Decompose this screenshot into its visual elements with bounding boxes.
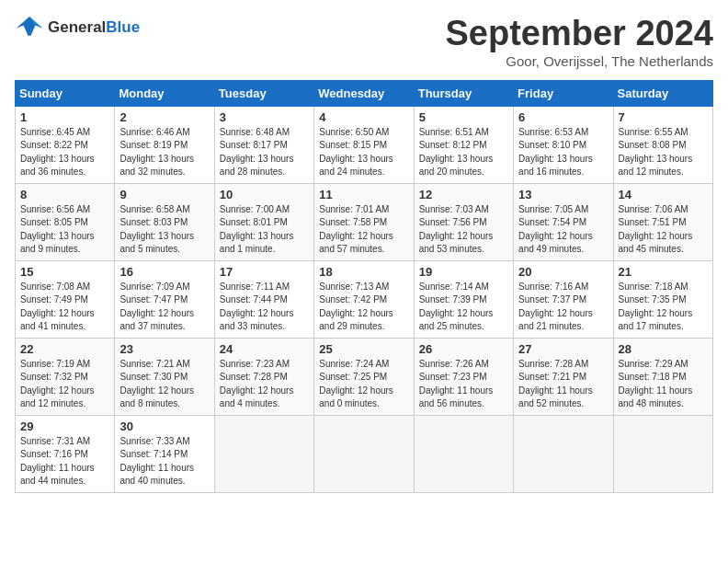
calendar-day: 12 Sunrise: 7:03 AMSunset: 7:56 PMDaylig…	[414, 183, 513, 260]
calendar-day: 10 Sunrise: 7:00 AMSunset: 8:01 PMDaylig…	[214, 183, 313, 260]
calendar-day: 4 Sunrise: 6:50 AMSunset: 8:15 PMDayligh…	[314, 106, 414, 183]
day-info: Sunrise: 6:56 AMSunset: 8:05 PMDaylight:…	[20, 203, 109, 257]
day-info: Sunrise: 6:46 AMSunset: 8:19 PMDaylight:…	[119, 126, 209, 179]
logo-text: GeneralBlue	[48, 18, 140, 37]
day-info: Sunrise: 7:03 AMSunset: 7:56 PMDaylight:…	[419, 203, 508, 257]
day-number: 27	[518, 342, 608, 356]
calendar-day: 13 Sunrise: 7:05 AMSunset: 7:54 PMDaylig…	[514, 183, 613, 260]
day-info: Sunrise: 7:31 AMSunset: 7:16 PMDaylight:…	[20, 435, 109, 488]
header: GeneralBlue September 2024 Goor, Overijs…	[15, 15, 713, 69]
day-number: 30	[119, 419, 209, 433]
calendar-day	[314, 415, 414, 492]
weekday-header: Thursday	[414, 80, 513, 106]
weekday-header: Monday	[115, 80, 214, 106]
day-info: Sunrise: 7:26 AMSunset: 7:23 PMDaylight:…	[419, 358, 508, 411]
day-number: 9	[119, 188, 209, 201]
calendar-day: 22 Sunrise: 7:19 AMSunset: 7:32 PMDaylig…	[16, 338, 115, 415]
day-info: Sunrise: 7:21 AMSunset: 7:30 PMDaylight:…	[119, 358, 209, 411]
day-number: 22	[20, 342, 109, 356]
weekday-header: Saturday	[613, 80, 712, 106]
calendar-day: 21 Sunrise: 7:18 AMSunset: 7:35 PMDaylig…	[613, 260, 712, 338]
calendar-day: 1 Sunrise: 6:45 AMSunset: 8:22 PMDayligh…	[16, 106, 115, 183]
calendar-day: 30 Sunrise: 7:33 AMSunset: 7:14 PMDaylig…	[115, 415, 214, 492]
day-info: Sunrise: 7:23 AMSunset: 7:28 PMDaylight:…	[220, 358, 309, 411]
weekday-header: Wednesday	[314, 80, 414, 106]
calendar-day	[514, 415, 613, 492]
calendar-day: 23 Sunrise: 7:21 AMSunset: 7:30 PMDaylig…	[115, 338, 214, 415]
day-number: 17	[220, 265, 309, 279]
day-number: 13	[518, 188, 608, 201]
day-info: Sunrise: 7:08 AMSunset: 7:49 PMDaylight:…	[20, 281, 109, 334]
day-number: 21	[619, 265, 708, 279]
title-area: September 2024 Goor, Overijssel, The Net…	[446, 15, 714, 69]
day-number: 1	[20, 110, 109, 124]
day-info: Sunrise: 7:19 AMSunset: 7:32 PMDaylight:…	[20, 358, 109, 411]
weekday-header-row: SundayMondayTuesdayWednesdayThursdayFrid…	[16, 80, 713, 106]
day-info: Sunrise: 7:13 AMSunset: 7:42 PMDaylight:…	[319, 281, 408, 334]
calendar-week-row: 8 Sunrise: 6:56 AMSunset: 8:05 PMDayligh…	[16, 183, 713, 260]
day-info: Sunrise: 6:50 AMSunset: 8:15 PMDaylight:…	[319, 126, 408, 179]
day-number: 16	[119, 265, 209, 279]
day-number: 26	[419, 342, 508, 356]
day-number: 11	[319, 188, 408, 201]
day-number: 3	[220, 110, 309, 124]
day-info: Sunrise: 7:11 AMSunset: 7:44 PMDaylight:…	[220, 281, 309, 334]
weekday-header: Sunday	[16, 80, 115, 106]
day-number: 6	[518, 110, 608, 124]
day-info: Sunrise: 6:55 AMSunset: 8:08 PMDaylight:…	[619, 126, 708, 179]
calendar-day: 3 Sunrise: 6:48 AMSunset: 8:17 PMDayligh…	[214, 106, 313, 183]
day-number: 12	[419, 188, 508, 201]
calendar-day: 20 Sunrise: 7:16 AMSunset: 7:37 PMDaylig…	[514, 260, 613, 338]
day-number: 24	[220, 342, 309, 356]
calendar-day: 28 Sunrise: 7:29 AMSunset: 7:18 PMDaylig…	[613, 338, 712, 415]
calendar-day: 14 Sunrise: 7:06 AMSunset: 7:51 PMDaylig…	[613, 183, 712, 260]
calendar-week-row: 22 Sunrise: 7:19 AMSunset: 7:32 PMDaylig…	[16, 338, 713, 415]
calendar-day: 16 Sunrise: 7:09 AMSunset: 7:47 PMDaylig…	[115, 260, 214, 338]
day-info: Sunrise: 7:24 AMSunset: 7:25 PMDaylight:…	[319, 358, 408, 411]
calendar-day: 29 Sunrise: 7:31 AMSunset: 7:16 PMDaylig…	[16, 415, 115, 492]
day-info: Sunrise: 7:14 AMSunset: 7:39 PMDaylight:…	[419, 281, 508, 334]
day-info: Sunrise: 7:09 AMSunset: 7:47 PMDaylight:…	[119, 281, 209, 334]
calendar-day	[613, 415, 712, 492]
day-number: 20	[518, 265, 608, 279]
day-number: 2	[119, 110, 209, 124]
day-info: Sunrise: 6:53 AMSunset: 8:10 PMDaylight:…	[518, 126, 608, 179]
calendar-week-row: 29 Sunrise: 7:31 AMSunset: 7:16 PMDaylig…	[16, 415, 713, 492]
calendar-day: 8 Sunrise: 6:56 AMSunset: 8:05 PMDayligh…	[16, 183, 115, 260]
calendar-day: 26 Sunrise: 7:26 AMSunset: 7:23 PMDaylig…	[414, 338, 513, 415]
day-number: 15	[20, 265, 109, 279]
day-info: Sunrise: 7:16 AMSunset: 7:37 PMDaylight:…	[518, 281, 608, 334]
day-number: 23	[119, 342, 209, 356]
calendar-day: 5 Sunrise: 6:51 AMSunset: 8:12 PMDayligh…	[414, 106, 513, 183]
day-number: 8	[20, 188, 109, 201]
day-info: Sunrise: 7:01 AMSunset: 7:58 PMDaylight:…	[319, 203, 408, 257]
calendar-day: 17 Sunrise: 7:11 AMSunset: 7:44 PMDaylig…	[214, 260, 313, 338]
calendar-day: 25 Sunrise: 7:24 AMSunset: 7:25 PMDaylig…	[314, 338, 414, 415]
day-number: 28	[619, 342, 708, 356]
day-number: 10	[220, 188, 309, 201]
calendar-week-row: 15 Sunrise: 7:08 AMSunset: 7:49 PMDaylig…	[16, 260, 713, 338]
day-info: Sunrise: 7:29 AMSunset: 7:18 PMDaylight:…	[619, 358, 708, 411]
day-info: Sunrise: 7:33 AMSunset: 7:14 PMDaylight:…	[119, 435, 209, 488]
calendar-day: 18 Sunrise: 7:13 AMSunset: 7:42 PMDaylig…	[314, 260, 414, 338]
calendar-day: 27 Sunrise: 7:28 AMSunset: 7:21 PMDaylig…	[514, 338, 613, 415]
day-info: Sunrise: 6:58 AMSunset: 8:03 PMDaylight:…	[119, 203, 209, 257]
calendar-day	[214, 415, 313, 492]
calendar-day: 7 Sunrise: 6:55 AMSunset: 8:08 PMDayligh…	[613, 106, 712, 183]
calendar-day: 6 Sunrise: 6:53 AMSunset: 8:10 PMDayligh…	[514, 106, 613, 183]
day-info: Sunrise: 7:18 AMSunset: 7:35 PMDaylight:…	[619, 281, 708, 334]
day-number: 14	[619, 188, 708, 201]
calendar-day: 2 Sunrise: 6:46 AMSunset: 8:19 PMDayligh…	[115, 106, 214, 183]
logo-icon	[15, 15, 44, 40]
day-number: 18	[319, 265, 408, 279]
day-info: Sunrise: 7:00 AMSunset: 8:01 PMDaylight:…	[220, 203, 309, 257]
calendar: SundayMondayTuesdayWednesdayThursdayFrid…	[15, 80, 713, 493]
day-number: 29	[20, 419, 109, 433]
calendar-day	[414, 415, 513, 492]
day-info: Sunrise: 7:28 AMSunset: 7:21 PMDaylight:…	[518, 358, 608, 411]
calendar-day: 15 Sunrise: 7:08 AMSunset: 7:49 PMDaylig…	[16, 260, 115, 338]
day-info: Sunrise: 6:45 AMSunset: 8:22 PMDaylight:…	[20, 126, 109, 179]
day-number: 25	[319, 342, 408, 356]
weekday-header: Friday	[514, 80, 613, 106]
day-number: 7	[619, 110, 708, 124]
